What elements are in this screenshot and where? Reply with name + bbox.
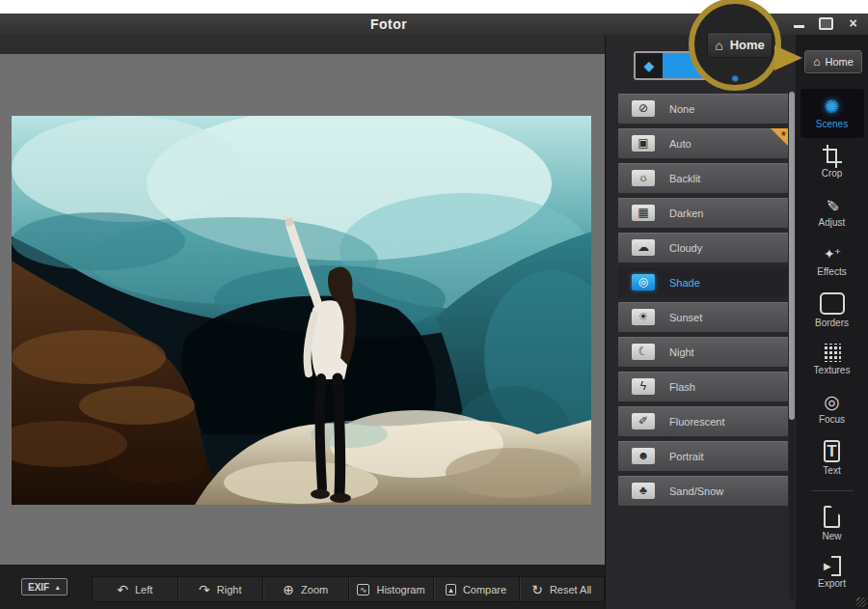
annotation-circle: ⌂ Home ✺	[689, 0, 781, 91]
toolbar-button[interactable]: ↻ Reset All	[519, 577, 605, 601]
sidebar-item-label: Export	[818, 578, 846, 589]
scene-icon: ▣	[632, 135, 655, 152]
maximize-button[interactable]	[819, 17, 833, 30]
fotor-window: Fotor ×	[0, 14, 868, 609]
chevron-up-icon: ▲	[54, 584, 61, 591]
sidebar-item[interactable]: ✦⁺ Effects	[800, 236, 864, 286]
scene-option[interactable]: ϟ Flash	[618, 372, 788, 401]
scene-option[interactable]: ◎ Shade	[618, 267, 788, 297]
sidebar-item[interactable]: Textures	[800, 335, 864, 384]
annotation-home-label: Home	[730, 38, 765, 52]
scene-label: Portrait	[669, 451, 703, 462]
scene-icon: ☻	[632, 448, 655, 464]
scene-label: Darken	[669, 208, 703, 219]
maximize-icon	[819, 17, 833, 30]
minimize-icon	[794, 25, 804, 28]
annotation-zoomed-home-button: ⌂ Home	[707, 32, 773, 58]
toolbar-button-label: Zoom	[301, 584, 328, 595]
scene-label: Cloudy	[669, 242, 702, 254]
sidebar-item[interactable]: ◎ Focus	[800, 384, 864, 433]
toolbar-button[interactable]: ↶ Left	[93, 577, 177, 601]
scene-label: Backlit	[669, 173, 700, 184]
scenes-panel: ◆ ⊘ None ▣ Auto ★ ☼ Backlit	[605, 35, 797, 609]
exif-button[interactable]: EXIF ▲	[21, 578, 68, 595]
sidebar-item-label: Scenes	[816, 119, 848, 129]
diamond-icon: ◆	[644, 58, 655, 73]
home-button[interactable]: ⌂ Home	[804, 50, 862, 73]
scene-option[interactable]: ☁ Cloudy	[618, 233, 788, 263]
scene-scrollbar[interactable]	[789, 92, 795, 599]
bottom-toolbar: EXIF ▲ ↶ Left ↷ Right ⊕ Zoom ∿ Histogram	[0, 565, 605, 609]
sidebar-item[interactable]: ✎ Adjust	[800, 187, 864, 236]
scene-icon: ☼	[632, 170, 655, 186]
toolbar-button-icon: ↷	[199, 583, 210, 596]
scene-option[interactable]: ☻ Portrait	[618, 441, 788, 471]
scene-icon: ♣	[632, 483, 655, 499]
sidebar-item-icon: T	[824, 440, 840, 462]
scene-label: Sunset	[669, 312, 702, 323]
scenes-glow-icon: ✺	[731, 73, 739, 84]
sidebar-item[interactable]: ▶ Export	[800, 548, 864, 597]
pro-badge-icon: ★	[771, 128, 788, 146]
scene-option[interactable]: ☼ Backlit	[618, 163, 788, 193]
scene-icon: ϟ	[632, 378, 655, 395]
sidebar-item[interactable]: Crop	[800, 138, 864, 187]
toolbar-button-icon: ▴	[446, 584, 456, 595]
resize-grip-icon[interactable]	[856, 597, 866, 607]
scene-icon: ☾	[632, 344, 655, 360]
toolbar-button-label: Compare	[463, 584, 506, 595]
sidebar-item[interactable]: ✺ Scenes	[800, 89, 864, 138]
sidebar-item[interactable]: New	[800, 499, 864, 548]
toolbar-button-group: ↶ Left ↷ Right ⊕ Zoom ∿ Histogram ▴ Comp…	[92, 576, 605, 602]
sidebar-divider	[811, 490, 854, 491]
toolbar-button[interactable]: ▴ Compare	[433, 577, 519, 601]
scene-icon: ☁	[632, 239, 655, 256]
sidebar-item-label: Focus	[819, 414, 845, 425]
scene-label: Flash	[669, 381, 695, 393]
scene-option[interactable]: ⊘ None	[618, 94, 788, 124]
scene-label: None	[669, 103, 694, 115]
scene-option[interactable]: ☾ Night	[618, 337, 788, 367]
sidebar-item-label: Borders	[815, 318, 849, 328]
home-icon: ⌂	[715, 40, 722, 51]
toolbar-button-label: Reset All	[550, 584, 591, 595]
scene-label: Shade	[669, 277, 700, 289]
window-controls: ×	[792, 16, 860, 31]
minimize-button[interactable]	[792, 17, 806, 30]
toolbar-button-label: Histogram	[376, 584, 424, 595]
scene-option[interactable]: ▦ Darken	[618, 198, 788, 228]
scene-list: ⊘ None ▣ Auto ★ ☼ Backlit ▦ Darken	[618, 94, 788, 511]
toolbar-button-label: Left	[135, 584, 152, 595]
scene-label: Sand/Snow	[669, 485, 723, 497]
toolbar-button[interactable]: ↷ Right	[177, 577, 263, 601]
scene-scrollbar-thumb[interactable]	[789, 92, 795, 420]
scene-option[interactable]: ✐ Fluorescent	[618, 406, 788, 436]
scene-option[interactable]: ♣ Sand/Snow	[618, 476, 788, 506]
toolbar-button-icon: ↶	[117, 583, 128, 596]
enhance-toggle-left[interactable]: ◆	[636, 53, 663, 78]
scene-label: Fluorescent	[669, 416, 724, 428]
sidebar-item-icon: ✺	[825, 97, 840, 116]
sidebar-item-icon	[820, 292, 845, 315]
photo-canvas	[12, 116, 591, 505]
scene-option[interactable]: ☀ Sunset	[618, 302, 788, 332]
sidebar-item-icon	[825, 147, 839, 165]
sidebar-item-icon	[824, 506, 840, 528]
app-title: Fotor	[370, 16, 407, 32]
sidebar-item[interactable]: Borders	[800, 286, 864, 335]
scene-icon: ⊘	[632, 100, 655, 117]
sidebar-item-icon: ✎	[823, 198, 841, 211]
scene-option[interactable]: ▣ Auto ★	[618, 128, 788, 158]
sidebar-item-label: Textures	[814, 365, 851, 375]
home-button-label: Home	[825, 56, 853, 68]
exif-label: EXIF	[28, 582, 49, 593]
toolbar-button[interactable]: ⊕ Zoom	[262, 577, 348, 601]
scene-label: Night	[669, 346, 694, 358]
screenshot-page: Fotor ×	[0, 0, 868, 609]
sidebar-item[interactable]: T Text	[800, 433, 864, 483]
menu-bar	[0, 35, 605, 54]
sidebar-item-label: New	[822, 531, 841, 541]
close-button[interactable]: ×	[846, 17, 860, 30]
toolbar-button[interactable]: ∿ Histogram	[348, 577, 434, 601]
annotation-arrow-icon	[774, 45, 802, 70]
